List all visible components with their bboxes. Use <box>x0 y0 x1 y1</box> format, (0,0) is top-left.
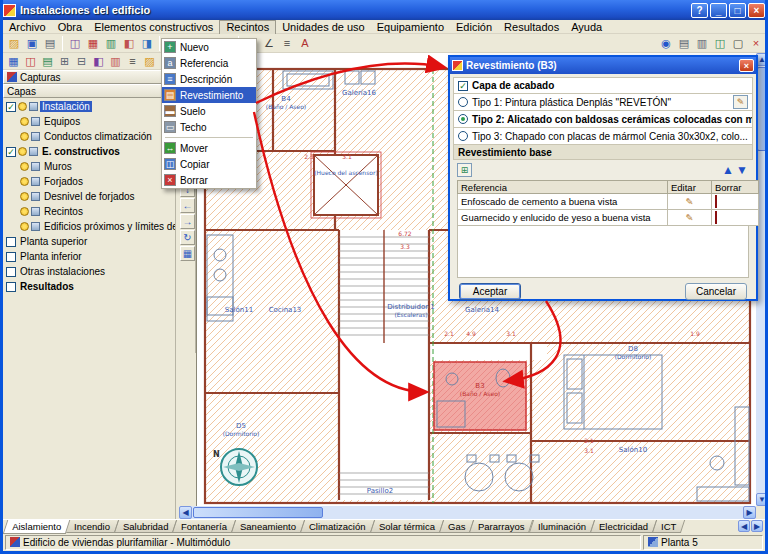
layer-row-resultados[interactable]: Resultados <box>3 279 175 294</box>
tab-incendio[interactable]: Incendio <box>65 520 119 533</box>
horizontal-scroll-thumb[interactable] <box>193 507 323 518</box>
checkbox-checked-icon[interactable]: ✓ <box>6 147 16 157</box>
menu-unidades-de-uso[interactable]: Unidades de uso <box>276 20 371 34</box>
layer-row-planta-superior[interactable]: Planta superior <box>3 234 175 249</box>
tab-salubridad[interactable]: Salubridad <box>114 520 178 533</box>
menu-item-nuevo[interactable]: + Nuevo <box>162 39 256 55</box>
table-icon[interactable]: ▥ <box>107 53 124 70</box>
grid-icon[interactable]: ▦ <box>180 246 195 261</box>
menu-edicion[interactable]: Edición <box>450 20 498 34</box>
menu-item-mover[interactable]: ↔ Mover <box>162 140 256 156</box>
checkbox-unchecked-icon[interactable] <box>6 282 16 292</box>
vertical-scroll-thumb[interactable] <box>757 67 767 151</box>
menu-item-copiar[interactable]: ◫ Copiar <box>162 156 256 172</box>
visibility-icon[interactable] <box>20 177 29 186</box>
delete-cell[interactable] <box>712 210 759 226</box>
minimize-button[interactable]: _ <box>710 3 727 18</box>
status-plant[interactable]: Planta 5 <box>643 535 763 550</box>
scroll-right-icon[interactable]: ▶ <box>743 506 756 519</box>
print-flag-icon[interactable] <box>31 207 40 216</box>
tipo3-option[interactable]: Tipo 3: Chapado con placas de mármol Cen… <box>453 128 753 145</box>
scroll-down-icon[interactable]: ▼ <box>756 493 768 506</box>
horizontal-scrollbar[interactable]: ◀ ▶ <box>179 506 756 519</box>
layer-row-muros[interactable]: Muros <box>3 159 175 174</box>
tables-icon[interactable]: ◧ <box>120 35 138 52</box>
monitor-icon[interactable]: ▢ <box>729 35 747 52</box>
open-icon[interactable]: ▨ <box>5 35 23 52</box>
visibility-icon[interactable] <box>18 147 27 156</box>
visibility-icon[interactable] <box>20 162 29 171</box>
menu-resultados[interactable]: Resultados <box>498 20 565 34</box>
print-flag-icon[interactable] <box>31 117 40 126</box>
visibility-icon[interactable] <box>20 117 29 126</box>
visibility-icon[interactable] <box>20 222 29 231</box>
layer-row-planta-inferior[interactable]: Planta inferior <box>3 249 175 264</box>
radio-on-icon[interactable] <box>458 114 468 124</box>
print-flag-icon[interactable] <box>31 222 40 231</box>
move-up-icon[interactable]: ▲ <box>721 163 735 177</box>
save-icon[interactable]: ▣ <box>23 35 41 52</box>
resources-icon[interactable]: ▦ <box>84 35 102 52</box>
menu-item-techo[interactable]: ▭ Techo <box>162 119 256 135</box>
plot-icon[interactable]: ▥ <box>693 35 711 52</box>
layer-row-recintos[interactable]: Recintos <box>3 204 175 219</box>
tipo1-option[interactable]: Tipo 1: Pintura plástica Denplás "REVETÓ… <box>453 94 753 111</box>
redraw-icon[interactable]: ↻ <box>180 230 195 245</box>
tab-ict[interactable]: ICT <box>652 520 686 533</box>
tab-aislamiento[interactable]: Aislamiento <box>3 520 71 534</box>
tab-climatizacion[interactable]: Climatización <box>300 520 375 533</box>
menu-elementos-constructivos[interactable]: Elementos constructivos <box>88 20 219 34</box>
print-flag-icon[interactable] <box>31 162 40 171</box>
dialog-close-icon[interactable]: × <box>739 59 754 72</box>
tab-saneamiento[interactable]: Saneamiento <box>231 520 305 533</box>
edit-pencil-icon[interactable]: ✎ <box>733 95 748 109</box>
delete-icon[interactable] <box>715 211 717 224</box>
menu-ayuda[interactable]: Ayuda <box>565 20 608 34</box>
layer-row-otras-instalaciones[interactable]: Otras instalaciones <box>3 264 175 279</box>
visibility-icon[interactable] <box>20 132 29 141</box>
visibility-icon[interactable] <box>20 207 29 216</box>
pan-right-icon[interactable]: → <box>180 214 195 229</box>
layout-icon[interactable]: ◫ <box>711 35 729 52</box>
capture-icon[interactable]: ◫ <box>66 35 84 52</box>
list-view-icon[interactable]: ≡ <box>124 53 141 70</box>
print-icon[interactable]: ▤ <box>41 35 59 52</box>
menu-archivo[interactable]: Archivo <box>3 20 52 34</box>
split-icon[interactable]: ◧ <box>90 53 107 70</box>
print-layer-icon[interactable]: ▤ <box>39 53 56 70</box>
visibility-icon[interactable] <box>20 192 29 201</box>
capa-acabado-row[interactable]: ✓ Capa de acabado <box>453 77 753 94</box>
delete-icon[interactable] <box>715 195 717 208</box>
tabs-scroll-left-icon[interactable]: ◀ <box>738 520 750 532</box>
menu-obra[interactable]: Obra <box>52 20 88 34</box>
menu-item-referencia[interactable]: a Referencia <box>162 55 256 71</box>
tabs-scroll-right-icon[interactable]: ▶ <box>751 520 763 532</box>
close-view-icon[interactable]: × <box>747 35 765 52</box>
tab-electricidad[interactable]: Electricidad <box>590 520 657 533</box>
measure-icon[interactable]: ∠ <box>260 35 278 52</box>
print-flag-icon[interactable] <box>29 147 38 156</box>
text-icon[interactable]: A <box>296 35 314 52</box>
add-item-icon[interactable]: ⊞ <box>457 163 472 177</box>
delete-cell[interactable] <box>712 194 759 210</box>
maximize-button[interactable]: □ <box>729 3 746 18</box>
collapse-icon[interactable]: ⊟ <box>73 53 90 70</box>
print-flag-icon[interactable] <box>31 132 40 141</box>
tab-iluminacion[interactable]: Iluminación <box>529 520 595 533</box>
tab-pararrayos[interactable]: Pararrayos <box>469 520 534 533</box>
print-flag-icon[interactable] <box>31 192 40 201</box>
duplicate-icon[interactable]: ◫ <box>22 53 39 70</box>
layer-row-desnivel[interactable]: Desnivel de forjados <box>3 189 175 204</box>
help-button[interactable]: ? <box>691 3 708 18</box>
expand-icon[interactable]: ⊞ <box>56 53 73 70</box>
checkbox-unchecked-icon[interactable] <box>6 252 16 262</box>
checkbox-checked-icon[interactable]: ✓ <box>6 102 16 112</box>
list-icon[interactable]: ≡ <box>278 35 296 52</box>
checkbox-unchecked-icon[interactable] <box>6 267 16 277</box>
tab-solar-termica[interactable]: Solar térmica <box>370 520 444 533</box>
layer-row-forjados[interactable]: Forjados <box>3 174 175 189</box>
capas-header[interactable]: Capas <box>3 84 175 98</box>
visibility-icon[interactable] <box>18 102 27 111</box>
print-flag-icon[interactable] <box>29 102 38 111</box>
move-down-icon[interactable]: ▼ <box>735 163 749 177</box>
